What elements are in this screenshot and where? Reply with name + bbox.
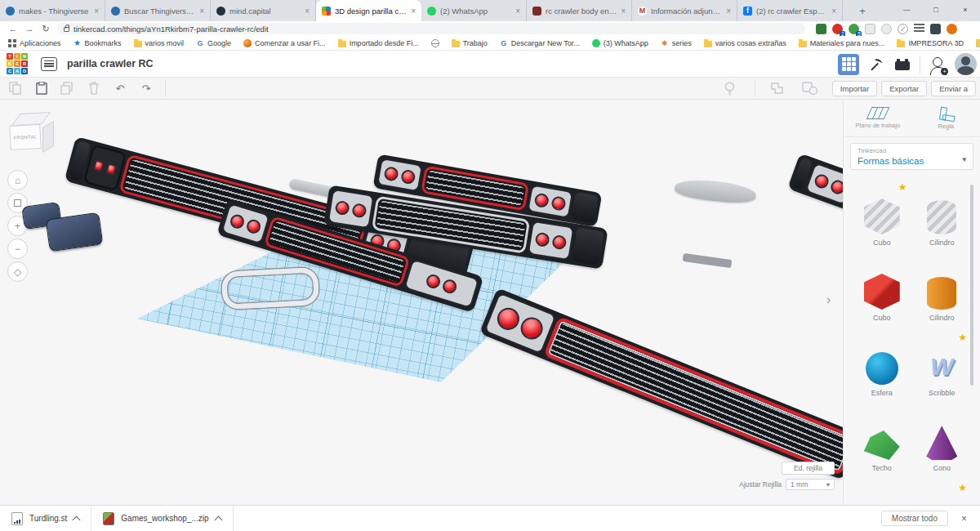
tab-close-icon[interactable]	[515, 7, 520, 16]
shape-tile[interactable]: Cubo	[852, 256, 912, 323]
shape-tile[interactable]: Techo	[852, 406, 912, 473]
extension-icon[interactable]	[914, 24, 924, 34]
shape-tile[interactable]: Cilindro	[912, 181, 973, 248]
browser-tab[interactable]: (2) rc crawler España	[737, 0, 843, 21]
zoom-out-button[interactable]: −	[7, 239, 28, 259]
download-item[interactable]: Games_workshop_...zip	[91, 506, 233, 531]
extension-icon[interactable]	[898, 24, 908, 34]
shape-tile[interactable]: Cilindro	[912, 256, 973, 323]
bookmark-item[interactable]: Google	[196, 39, 231, 47]
chevron-up-icon[interactable]	[73, 515, 81, 524]
panel-collapse-icon[interactable]: ›	[826, 292, 831, 307]
extension-icon[interactable]	[881, 24, 892, 34]
view-cube-side[interactable]	[42, 121, 54, 153]
bookmark-item[interactable]: varios movil	[134, 39, 185, 47]
extension-icon[interactable]	[947, 24, 957, 34]
copy-icon[interactable]	[5, 80, 26, 96]
bookmark-item[interactable]: IMPRESORA 3D	[897, 39, 964, 47]
shape-tile[interactable]: Esfera	[852, 331, 912, 398]
ruler-tool[interactable]: Regla	[912, 100, 980, 136]
blocks-view-button[interactable]	[838, 54, 859, 75]
invite-person-icon[interactable]	[929, 56, 947, 74]
tab-close-icon[interactable]	[199, 7, 204, 16]
shape-category-dropdown[interactable]: Tinkercad Formas básicas ▾	[850, 143, 973, 170]
tab-close-icon[interactable]	[831, 7, 836, 16]
duplicate-icon[interactable]	[57, 80, 78, 96]
shape-tile[interactable]: Cubo	[852, 181, 912, 248]
minimize-button[interactable]: —	[892, 0, 921, 20]
tinkercad-logo[interactable]: TIN KER CAD	[7, 53, 28, 74]
browser-tab[interactable]: Información adjunta - newt	[632, 0, 737, 21]
view-cube-front[interactable]: FRONTAL	[9, 124, 42, 150]
model-ring[interactable]	[221, 267, 319, 310]
ungroup-icon[interactable]	[800, 80, 821, 96]
bookmark-item[interactable]: Materiales para nues...	[799, 39, 885, 47]
downloads-close-icon[interactable]: ×	[961, 513, 967, 524]
group-icon[interactable]	[767, 80, 788, 96]
shape-tile[interactable]: Scribble	[912, 331, 973, 398]
chevron-up-icon[interactable]	[214, 515, 222, 524]
tab-close-icon[interactable]	[411, 7, 416, 16]
model-grille-f[interactable]	[479, 288, 843, 480]
paste-icon[interactable]	[31, 80, 52, 96]
extension-icon[interactable]	[865, 24, 875, 34]
address-bar[interactable]: tinkercad.com/things/aYn1Rkirbm7-parilla…	[57, 23, 805, 34]
bookmark-item[interactable]: Comenzar a usar Fi...	[243, 39, 326, 47]
user-avatar[interactable]	[955, 53, 977, 75]
bookmark-item[interactable]: Descargar New Tor...	[500, 39, 580, 47]
bookmark-item[interactable]: Aplicaciones	[8, 39, 61, 47]
bookmark-item[interactable]: Importado desde Fi...	[338, 39, 419, 47]
show-all-downloads-button[interactable]: Mostrar todo	[881, 511, 948, 526]
reload-button[interactable]: ↻	[38, 24, 54, 34]
new-tab-button[interactable]: +	[853, 1, 872, 20]
tab-close-icon[interactable]	[621, 7, 626, 16]
bookmark-item[interactable]: (3) WhatsApp	[592, 39, 648, 47]
design-menu-icon[interactable]	[41, 57, 57, 71]
extension-icon[interactable]: 5	[849, 24, 859, 34]
export-button[interactable]: Exportar	[881, 81, 927, 96]
browser-tab[interactable]: mind.capital	[211, 0, 316, 21]
delete-icon[interactable]	[83, 80, 105, 96]
tab-close-icon[interactable]	[94, 7, 99, 16]
back-button[interactable]: ←	[5, 24, 21, 33]
send-to-button[interactable]: Enviar a	[931, 81, 976, 96]
model-grille-e[interactable]	[787, 153, 843, 227]
shape-tile[interactable]	[912, 481, 973, 505]
import-button[interactable]: Importar	[832, 81, 877, 96]
model-bar[interactable]	[683, 253, 733, 268]
model-pad[interactable]	[46, 212, 104, 252]
download-item[interactable]: Turdling.st	[0, 506, 91, 531]
shape-tile[interactable]: Cono	[912, 406, 973, 473]
design-canvas[interactable]: FRONTAL ⌂ + − ◇	[0, 100, 843, 505]
extension-icon[interactable]: 1	[832, 24, 843, 34]
view-cube-top[interactable]	[11, 112, 51, 126]
bookmark-item[interactable]	[431, 39, 439, 47]
shape-tile[interactable]	[852, 481, 912, 505]
browser-tab[interactable]: Buscar Thingiverse - Thingi	[105, 0, 211, 21]
brick-view-icon[interactable]	[893, 56, 911, 74]
tab-close-icon[interactable]	[726, 7, 731, 16]
perspective-toggle-button[interactable]: ◇	[7, 261, 28, 282]
redo-icon[interactable]: ↷	[136, 83, 157, 95]
workplane-tool[interactable]: Plano de trabajo	[844, 100, 912, 136]
browser-tab[interactable]: makes - Thingiverse	[0, 0, 105, 21]
model-wing[interactable]	[674, 177, 757, 205]
browser-tab[interactable]: (2) WhatsApp	[421, 0, 527, 21]
undo-icon[interactable]: ↶	[109, 83, 131, 95]
bookmark-item[interactable]: series	[661, 39, 692, 47]
extension-icon[interactable]	[930, 24, 941, 34]
panel-scrollbar[interactable]	[970, 185, 973, 386]
tab-close-icon[interactable]	[305, 7, 310, 16]
browser-tab[interactable]: rc crawler body en venta | e	[527, 0, 632, 21]
bookmark-item[interactable]: Trabajo	[452, 39, 488, 47]
design-title[interactable]: parilla crawler RC	[67, 58, 154, 69]
minecraft-pickaxe-icon[interactable]	[867, 56, 885, 74]
bookmark-item[interactable]: Bookmarks	[74, 39, 122, 47]
forward-button[interactable]: →	[21, 24, 38, 33]
browser-tab[interactable]: 3D design parilla crawler R	[316, 0, 421, 21]
maximize-button[interactable]: □	[921, 0, 951, 20]
show-all-icon[interactable]	[719, 80, 740, 96]
home-view-button[interactable]: ⌂	[7, 170, 28, 190]
extension-icon[interactable]	[816, 24, 826, 34]
snap-grid-select[interactable]: 1 mm▾	[786, 479, 835, 490]
